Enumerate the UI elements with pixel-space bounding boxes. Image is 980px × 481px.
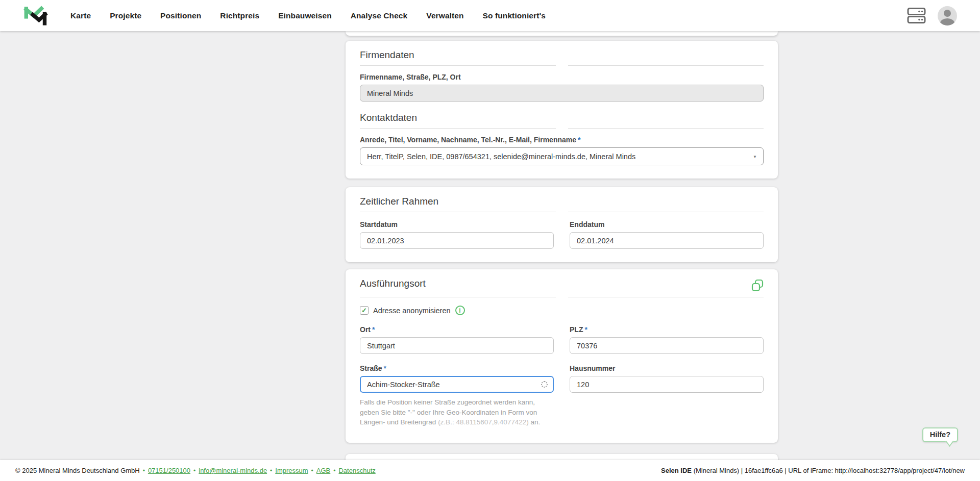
avatar-person-icon — [944, 10, 951, 17]
footer-copyright: © 2025 Mineral Minds Deutschland GmbH — [15, 467, 140, 474]
help-button[interactable]: Hilfe? — [922, 427, 958, 442]
zeitlicher-rahmen-title: Zeitlicher Rahmen — [360, 196, 764, 207]
ort-input[interactable] — [360, 337, 554, 354]
enddatum-input[interactable] — [570, 232, 764, 249]
startdatum-input[interactable] — [360, 232, 554, 249]
kontakt-label: Anrede, Titel, Vorname, Nachname, Tel.-N… — [360, 136, 764, 144]
startdatum-label: Startdatum — [360, 220, 554, 229]
nav-item-karte[interactable]: Karte — [70, 11, 91, 20]
footer-link-phone[interactable]: 07151/250100 — [148, 467, 190, 474]
required-asterisk: * — [584, 325, 587, 334]
hausnummer-input[interactable] — [570, 376, 764, 393]
kontakt-select[interactable]: Herr, TitelP, Selen, IDE, 0987/654321, s… — [360, 147, 764, 165]
logo-icon — [21, 4, 48, 28]
select-caret-icon: ▼ — [753, 155, 757, 159]
required-asterisk: * — [384, 364, 386, 372]
footer-link-email[interactable]: info@mineral-minds.de — [199, 467, 267, 474]
nav-item-einbauweisen[interactable]: Einbauweisen — [278, 11, 332, 20]
top-navbar: Karte Projekte Positionen Richtpreis Ein… — [0, 0, 980, 31]
nav-item-positionen[interactable]: Positionen — [160, 11, 201, 20]
footer-link-impressum[interactable]: Impressum — [275, 467, 308, 474]
footer: © 2025 Mineral Minds Deutschland GmbH • … — [0, 460, 980, 481]
strasse-help-text: Falls die Position keiner Straße zugeord… — [360, 397, 554, 427]
required-asterisk: * — [372, 325, 375, 334]
firmenname-label: Firmenname, Straße, PLZ, Ort — [360, 73, 764, 81]
plz-label: PLZ* — [570, 325, 764, 334]
firmendaten-card: Firmendaten Firmenname, Straße, PLZ, Ort… — [346, 41, 778, 179]
required-asterisk: * — [578, 136, 580, 144]
footer-link-datenschutz[interactable]: Datenschutz — [338, 467, 375, 474]
form-content-column: Firmendaten Firmenname, Straße, PLZ, Ort… — [346, 31, 778, 481]
anonymisieren-label: Adresse anonymisieren — [373, 307, 451, 315]
divider — [360, 65, 764, 66]
nav-item-verwalten[interactable]: Verwalten — [426, 11, 463, 20]
plz-input[interactable] — [570, 337, 764, 354]
ausfuehrungsort-title: Ausführungsort — [360, 278, 426, 289]
nav-item-richtpreis[interactable]: Richtpreis — [220, 11, 259, 20]
enddatum-label: Enddatum — [570, 220, 764, 229]
footer-debug-info: Selen IDE (Mineral Minds) | 16fae1ffc6a6… — [661, 467, 965, 474]
checkbox-check-icon: ✓ — [361, 307, 367, 314]
zeitlicher-rahmen-card: Zeitlicher Rahmen Startdatum Enddatum — [346, 187, 778, 262]
kontaktdaten-title: Kontaktdaten — [360, 112, 764, 123]
server-icon[interactable] — [907, 8, 926, 23]
anonymisieren-checkbox[interactable]: ✓ — [360, 306, 369, 315]
firmenname-input[interactable] — [360, 85, 764, 102]
nav-item-analyse-check[interactable]: Analyse Check — [351, 11, 408, 20]
ausfuehrungsort-card: Ausführungsort ✓ Adresse anonymisieren i… — [346, 269, 778, 443]
card-partial-top — [346, 31, 778, 36]
mineral-minds-logo[interactable] — [21, 4, 48, 28]
copy-icon[interactable] — [751, 279, 764, 292]
divider — [360, 297, 764, 297]
divider — [360, 212, 764, 212]
ort-label: Ort* — [360, 325, 554, 334]
firmendaten-title: Firmendaten — [360, 49, 764, 61]
nav-item-so-funktionierts[interactable]: So funktioniert's — [483, 11, 546, 20]
info-icon[interactable]: i — [455, 306, 465, 315]
main-navigation: Karte Projekte Positionen Richtpreis Ein… — [70, 11, 546, 20]
loading-spinner-icon — [541, 381, 548, 388]
user-avatar[interactable] — [938, 6, 957, 26]
strasse-label: Straße* — [360, 364, 554, 372]
hausnummer-label: Hausnummer — [570, 364, 764, 372]
strasse-input[interactable] — [360, 376, 554, 393]
footer-link-agb[interactable]: AGB — [316, 467, 330, 474]
divider — [360, 128, 764, 129]
nav-item-projekte[interactable]: Projekte — [110, 11, 141, 20]
